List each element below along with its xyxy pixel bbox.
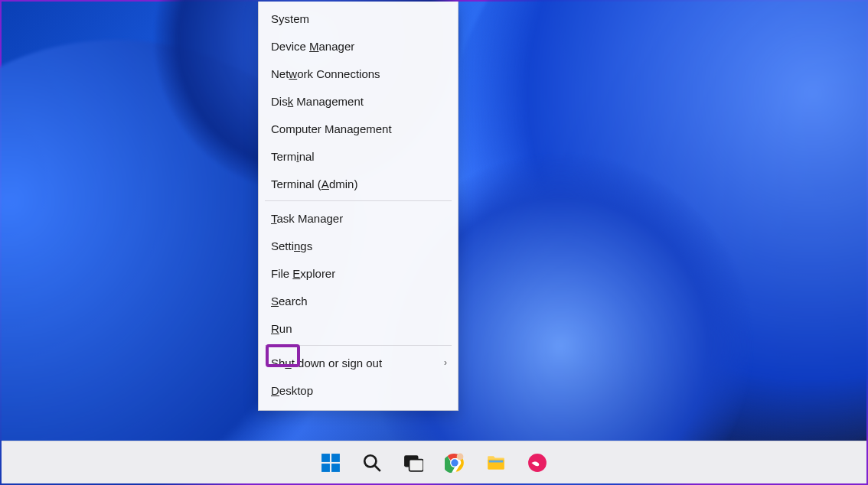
menu-item-label: Disk Management [271,95,364,108]
start-button[interactable] [318,451,343,475]
svg-rect-5 [331,464,340,472]
menu-item-computer-management[interactable]: Computer Management [260,115,456,142]
winx-context-menu: SystemDevice ManagerNetwork ConnectionsD… [258,2,458,411]
menu-item-label: Run [271,322,292,335]
menu-item-label: Settings [271,239,312,252]
svg-rect-2 [321,454,330,462]
menu-divider [265,345,452,346]
menu-item-label: System [271,12,309,25]
menu-item-task-manager[interactable]: Task Manager [260,204,456,232]
svg-rect-3 [331,454,340,462]
menu-item-disk-management[interactable]: Disk Management [260,87,456,115]
menu-item-label: Network Connections [271,67,380,80]
search-icon [362,453,382,473]
menu-item-label: File Explorer [271,267,335,280]
menu-item-label: Task Manager [271,212,343,225]
file-explorer-app[interactable] [484,451,508,475]
menu-item-terminal-admin[interactable]: Terminal (Admin) [260,170,456,197]
menu-item-run[interactable]: Run [260,314,456,342]
menu-item-system[interactable]: System [260,5,456,32]
menu-item-terminal[interactable]: Terminal [260,142,456,170]
windows-logo-icon [321,453,341,473]
snip-app[interactable] [525,451,550,475]
svg-rect-15 [489,460,503,462]
svg-point-13 [457,453,464,460]
menu-item-network-connections[interactable]: Network Connections [260,60,456,87]
menu-item-label: Desktop [271,384,313,397]
svg-point-6 [364,455,376,467]
menu-item-shut-down-or-sign-out[interactable]: Shut down or sign out› [260,349,456,376]
svg-rect-9 [410,459,423,470]
menu-divider [265,200,452,201]
task-view-icon [403,453,423,473]
menu-item-label: Device Manager [271,40,354,53]
menu-item-desktop[interactable]: Desktop [260,376,456,404]
svg-rect-4 [321,464,330,472]
search-button[interactable] [360,451,384,475]
menu-item-search[interactable]: Search [260,287,456,314]
menu-item-label: Terminal [271,150,315,163]
chrome-icon [445,453,465,473]
windows-desktop: SystemDevice ManagerNetwork ConnectionsD… [0,0,868,485]
menu-item-label: Terminal (Admin) [271,177,357,190]
task-view-button[interactable] [401,451,426,475]
menu-item-device-manager[interactable]: Device Manager [260,32,456,60]
folder-icon [486,453,506,473]
menu-item-settings[interactable]: Settings [260,232,456,259]
svg-line-7 [375,465,380,470]
svg-point-12 [451,459,458,466]
menu-item-file-explorer[interactable]: File Explorer [260,259,456,287]
chrome-app[interactable] [442,451,467,475]
menu-item-label: Computer Management [271,122,392,135]
taskbar [2,441,866,483]
circle-app-icon [527,453,547,473]
chevron-right-icon: › [444,357,447,368]
menu-item-label: Shut down or sign out [271,356,382,369]
menu-item-label: Search [271,295,308,308]
